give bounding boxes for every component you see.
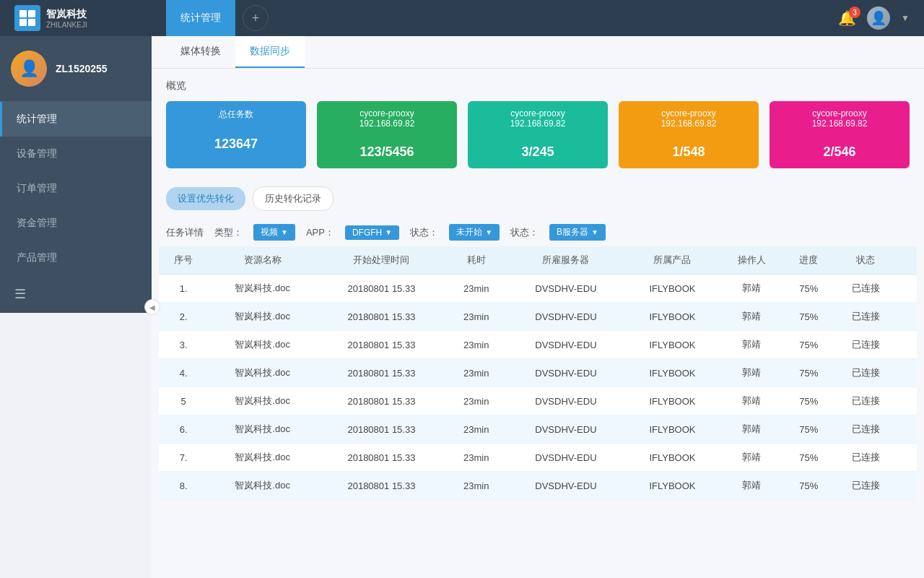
task-detail-label: 任务详情 — [166, 226, 204, 239]
cell-id: 6. — [159, 415, 208, 444]
app-filter-tag[interactable]: DFGFH ▼ — [345, 225, 399, 240]
table-row[interactable]: 2. 智岚科技.doc 20180801 15.33 23min DVSDHV-… — [159, 303, 917, 331]
user-menu-chevron[interactable]: ▼ — [901, 13, 910, 23]
nav-add-button[interactable]: + — [243, 5, 269, 31]
cell-duration: 23min — [446, 359, 507, 387]
col-header-product: 所属产品 — [625, 246, 719, 275]
sidebar: 👤 ZL1520255 统计管理 设备管理 订单管理 资金管理 产品管理 ☰ — [0, 36, 152, 313]
cell-server: DVSDHV-EDU — [507, 303, 626, 331]
cell-id: 4. — [159, 359, 208, 387]
cell-actions — [898, 415, 917, 444]
stat-card-4-title-line1: cycore-prooxy — [629, 108, 748, 118]
cell-product: IFLYBOOK — [625, 275, 719, 303]
cell-actions — [898, 472, 917, 500]
cell-operator: 郭靖 — [720, 275, 784, 303]
stat-card-4-title-line2: 192.168.69.82 — [629, 118, 748, 129]
cell-name: 智岚科技.doc — [208, 444, 317, 472]
col-header-status: 状态 — [833, 246, 897, 275]
cell-duration: 23min — [446, 444, 507, 472]
sidebar-footer-menu[interactable]: ☰ — [0, 275, 152, 313]
cell-status: 已连接 — [833, 275, 897, 303]
set-priority-button[interactable]: 设置优先转化 — [166, 187, 245, 210]
sidebar-wrapper: 👤 ZL1520255 统计管理 设备管理 订单管理 资金管理 产品管理 ☰ ◀ — [0, 36, 152, 578]
cell-name: 智岚科技.doc — [208, 472, 317, 500]
col-header-progress: 进度 — [784, 246, 833, 275]
notification-bell[interactable]: 🔔 3 — [838, 9, 856, 27]
cell-status: 已连接 — [833, 331, 897, 359]
logo-text-block: 智岚科技 ZHILANKEJI — [46, 8, 87, 29]
sidebar-item-devices[interactable]: 设备管理 — [0, 137, 152, 171]
stat-card-3: cycore-prooxy 192.168.69.82 3/245 — [468, 101, 608, 168]
stat-card-3-title-line1: cycore-prooxy — [479, 108, 597, 118]
table-body: 1. 智岚科技.doc 20180801 15.33 23min DVSDHV-… — [159, 275, 917, 500]
cell-product: IFLYBOOK — [625, 387, 719, 415]
cell-duration: 23min — [446, 415, 507, 444]
table-row[interactable]: 8. 智岚科技.doc 20180801 15.33 23min DVSDHV-… — [159, 472, 917, 500]
stat-card-4-value: 1/548 — [619, 136, 759, 168]
user-name: ZL1520255 — [56, 63, 108, 74]
stats-cards: 总任务数 123647 cycore-prooxy 192.168.69.82 … — [166, 101, 910, 168]
table-header: 序号 资源名称 开始处理时间 耗时 所雇服务器 所属产品 操作人 进度 状态 — [159, 246, 917, 275]
status1-filter-value: 未开始 — [456, 226, 482, 238]
app-filter-label: APP： — [306, 226, 334, 239]
stat-card-2-value: 123/5456 — [317, 136, 457, 168]
sidebar-item-statistics[interactable]: 统计管理 — [0, 102, 152, 137]
cell-time: 20180801 15.33 — [317, 444, 446, 472]
svg-rect-0 — [19, 10, 27, 17]
cell-id: 8. — [159, 472, 208, 500]
table-row[interactable]: 1. 智岚科技.doc 20180801 15.33 23min DVSDHV-… — [159, 275, 917, 303]
cell-id: 7. — [159, 444, 208, 472]
col-header-time: 开始处理时间 — [317, 246, 446, 275]
cell-name: 智岚科技.doc — [208, 275, 317, 303]
cell-product: IFLYBOOK — [625, 303, 719, 331]
app-filter-value: DFGFH — [352, 228, 382, 238]
type-filter-tag[interactable]: 视频 ▼ — [253, 224, 295, 241]
cell-server: DVSDHV-EDU — [507, 387, 626, 415]
data-table: 序号 资源名称 开始处理时间 耗时 所雇服务器 所属产品 操作人 进度 状态 1… — [159, 246, 917, 500]
col-header-id: 序号 — [159, 246, 208, 275]
cell-time: 20180801 15.33 — [317, 275, 446, 303]
tab-data-sync[interactable]: 数据同步 — [235, 36, 305, 68]
logo-subtitle: ZHILANKEJI — [46, 21, 87, 29]
overview-title: 概览 — [166, 79, 910, 92]
status1-filter-tag[interactable]: 未开始 ▼ — [449, 224, 500, 241]
sidebar-item-finance[interactable]: 资金管理 — [0, 206, 152, 241]
stat-card-total-header: 总任务数 — [166, 101, 306, 128]
sidebar-collapse-button[interactable]: ◀ — [144, 299, 160, 315]
col-header-server: 所雇服务器 — [507, 246, 626, 275]
cell-progress: 75% — [784, 387, 833, 415]
cell-product: IFLYBOOK — [625, 472, 719, 500]
table-row[interactable]: 6. 智岚科技.doc 20180801 15.33 23min DVSDHV-… — [159, 415, 917, 444]
col-header-action — [898, 246, 917, 275]
cell-progress: 75% — [784, 472, 833, 500]
cell-progress: 75% — [784, 275, 833, 303]
status2-filter-label: 状态： — [510, 226, 539, 239]
table-row[interactable]: 7. 智岚科技.doc 20180801 15.33 23min DVSDHV-… — [159, 444, 917, 472]
cell-status: 已连接 — [833, 444, 897, 472]
table-row[interactable]: 3. 智岚科技.doc 20180801 15.33 23min DVSDHV-… — [159, 331, 917, 359]
cell-id: 3. — [159, 331, 208, 359]
logo-name: 智岚科技 — [46, 8, 87, 21]
cell-server: DVSDHV-EDU — [507, 415, 626, 444]
history-records-button[interactable]: 历史转化记录 — [253, 186, 334, 211]
user-avatar-header[interactable]: 👤 — [867, 7, 890, 30]
cell-time: 20180801 15.33 — [317, 387, 446, 415]
cell-duration: 23min — [446, 472, 507, 500]
cell-time: 20180801 15.33 — [317, 472, 446, 500]
sidebar-item-products[interactable]: 产品管理 — [0, 241, 152, 275]
sidebar-item-orders[interactable]: 订单管理 — [0, 171, 152, 206]
table-row[interactable]: 5 智岚科技.doc 20180801 15.33 23min DVSDHV-E… — [159, 387, 917, 415]
cell-server: DVSDHV-EDU — [507, 275, 626, 303]
cell-id: 2. — [159, 303, 208, 331]
tab-media-convert[interactable]: 媒体转换 — [166, 36, 235, 68]
cell-progress: 75% — [784, 415, 833, 444]
cell-status: 已连接 — [833, 303, 897, 331]
stat-card-4: cycore-prooxy 192.168.69.82 1/548 — [619, 101, 759, 168]
type-filter-value: 视频 — [261, 226, 278, 238]
cell-product: IFLYBOOK — [625, 359, 719, 387]
table-row[interactable]: 4. 智岚科技.doc 20180801 15.33 23min DVSDHV-… — [159, 359, 917, 387]
nav-tab-statistics[interactable]: 统计管理 — [166, 0, 235, 36]
status2-filter-tag[interactable]: B服务器 ▼ — [549, 224, 606, 241]
cell-actions — [898, 303, 917, 331]
stat-card-3-header: cycore-prooxy 192.168.69.82 — [468, 101, 608, 136]
